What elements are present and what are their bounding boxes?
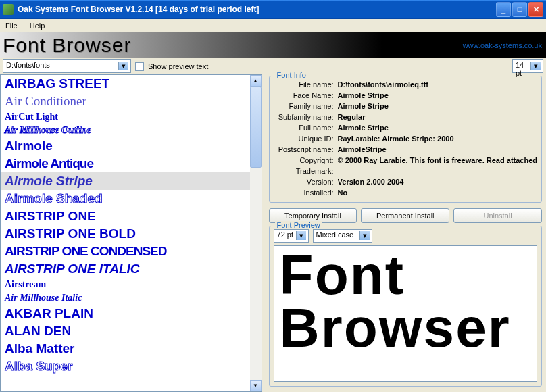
face-name-value: Airmole Stripe bbox=[338, 90, 537, 101]
version-value: Version 2.000 2004 bbox=[338, 176, 537, 187]
menu-help[interactable]: Help bbox=[27, 21, 48, 30]
preview-size-combo[interactable]: 72 pt bbox=[274, 229, 309, 243]
font-list-item[interactable]: AKBAR PLAIN bbox=[1, 305, 250, 322]
minimize-button[interactable]: ‗ bbox=[496, 2, 511, 17]
window-title: Oak Systems Font Browser V1.2.14 [14 day… bbox=[18, 5, 496, 14]
family-name-value: Airmole Stripe bbox=[338, 101, 537, 112]
font-list-item[interactable]: ALAN DEN bbox=[1, 322, 250, 340]
menu-file[interactable]: File bbox=[3, 21, 20, 30]
font-list[interactable]: AIRBAG STREETAir ConditionerAirCut Light… bbox=[1, 75, 250, 391]
font-list-item[interactable]: Airmole Antique bbox=[1, 155, 250, 172]
font-preview-group: Font Preview 72 pt Mixed case Font Brows… bbox=[269, 226, 542, 387]
uninstall-button: Uninstall bbox=[453, 208, 542, 223]
window-buttons: ‗ □ ✕ bbox=[496, 2, 543, 17]
font-list-item[interactable]: AIRBAG STREET bbox=[1, 75, 250, 93]
installed-value: No bbox=[338, 187, 537, 198]
close-button[interactable]: ✕ bbox=[528, 2, 543, 17]
installed-label: Installed: bbox=[274, 187, 338, 198]
version-label: Version: bbox=[274, 176, 338, 187]
subfamily-value: Regular bbox=[338, 112, 537, 122]
preview-controls: 72 pt Mixed case bbox=[274, 229, 537, 243]
unique-id-label: Unique ID: bbox=[274, 133, 338, 144]
scroll-up-button[interactable]: ▲ bbox=[250, 75, 262, 87]
font-list-item[interactable]: Air Millhouse Italic bbox=[1, 291, 250, 305]
font-list-item[interactable]: AIRSTRIP ONE bbox=[1, 207, 250, 225]
titlebar: Oak Systems Font Browser V1.2.14 [14 day… bbox=[0, 0, 546, 19]
scroll-down-button[interactable]: ▼ bbox=[250, 380, 262, 391]
subfamily-label: Subfamily name: bbox=[274, 112, 338, 122]
copyright-label: Copyright: bbox=[274, 155, 338, 166]
font-list-item[interactable]: Air Millhouse Outline bbox=[1, 124, 250, 137]
font-list-item[interactable]: Air Conditioner bbox=[1, 93, 250, 110]
copyright-value: © 2000 Ray Larabie. This font is freewar… bbox=[338, 155, 537, 166]
unique-id-value: RayLarabie: Airmole Stripe: 2000 bbox=[338, 133, 537, 144]
show-preview-checkbox[interactable] bbox=[135, 62, 144, 71]
font-list-item[interactable]: Alba Super bbox=[1, 358, 250, 375]
face-name-label: Face Name: bbox=[274, 90, 338, 101]
font-list-item[interactable]: AIRSTRIP ONE ITALIC bbox=[1, 260, 250, 278]
path-combo[interactable]: D:\fonts\fonts bbox=[3, 59, 131, 73]
main-area: AIRBAG STREETAir ConditionerAirCut Light… bbox=[0, 74, 546, 392]
banner-title: Font Browser bbox=[3, 34, 131, 57]
postscript-value: AirmoleStripe bbox=[338, 144, 537, 155]
family-name-label: Family name: bbox=[274, 101, 338, 112]
font-list-item[interactable]: Alba Matter bbox=[1, 340, 250, 358]
font-list-item[interactable]: AirCut Light bbox=[1, 110, 250, 124]
scroll-thumb[interactable] bbox=[250, 87, 262, 168]
full-name-value: Airmole Stripe bbox=[338, 122, 537, 133]
scrollbar[interactable]: ▲ ▼ bbox=[250, 75, 262, 391]
file-name-value: D:\fonts\fonts\airmoleq.ttf bbox=[338, 79, 537, 90]
font-list-item[interactable]: Airmole Stripe bbox=[1, 172, 250, 190]
menubar: File Help bbox=[0, 19, 546, 32]
right-panel: Font Info File name:D:\fonts\fonts\airmo… bbox=[262, 74, 546, 392]
preview-line1: Font bbox=[280, 249, 531, 301]
preview-line2: Browser bbox=[280, 301, 531, 354]
font-list-item[interactable]: Airmole bbox=[1, 137, 250, 155]
font-list-panel: AIRBAG STREETAir ConditionerAirCut Light… bbox=[0, 74, 262, 392]
full-name-label: Full name: bbox=[274, 122, 338, 133]
banner: Font Browser www.oak-systems.co.uk bbox=[0, 32, 546, 58]
trademark-value bbox=[338, 166, 537, 176]
perm-install-button[interactable]: Permanent Install bbox=[361, 208, 449, 223]
website-link[interactable]: www.oak-systems.co.uk bbox=[463, 41, 542, 49]
font-list-item[interactable]: AIRSTRIP ONE BOLD bbox=[1, 225, 250, 243]
font-list-item[interactable]: Airstream bbox=[1, 278, 250, 291]
postscript-label: Postscript name: bbox=[274, 144, 338, 155]
font-info-group: Font Info File name:D:\fonts\fonts\airmo… bbox=[269, 76, 542, 203]
preview-box: Font Browser bbox=[274, 245, 537, 382]
show-preview-label: Show preview text bbox=[148, 62, 208, 70]
maximize-button[interactable]: □ bbox=[512, 2, 527, 17]
file-name-label: File name: bbox=[274, 79, 338, 90]
font-list-item[interactable]: AIRSTRIP ONE CONDENSED bbox=[1, 243, 250, 260]
font-list-item[interactable]: Airmole Shaded bbox=[1, 190, 250, 207]
font-preview-title: Font Preview bbox=[275, 221, 322, 229]
font-info-title: Font Info bbox=[275, 71, 308, 79]
toolbar: D:\fonts\fonts Show preview text 14 pt bbox=[0, 58, 546, 74]
app-icon bbox=[3, 4, 14, 15]
trademark-label: Trademark: bbox=[274, 166, 338, 176]
preview-case-combo[interactable]: Mixed case bbox=[313, 229, 372, 243]
list-size-combo[interactable]: 14 pt bbox=[512, 59, 543, 73]
